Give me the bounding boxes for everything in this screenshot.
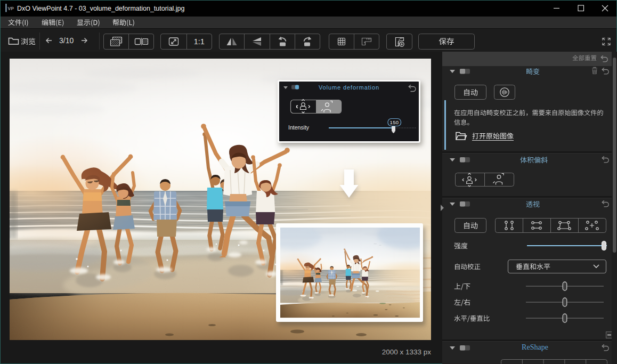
svg-text:Intensity: Intensity — [288, 124, 310, 131]
svg-text:3/10: 3/10 — [59, 36, 74, 45]
svg-text:150: 150 — [389, 119, 399, 125]
svg-text:VP: VP — [8, 6, 14, 11]
svg-text:Volume deformation: Volume deformation — [319, 84, 379, 91]
svg-text:ReShape: ReShape — [522, 343, 548, 351]
